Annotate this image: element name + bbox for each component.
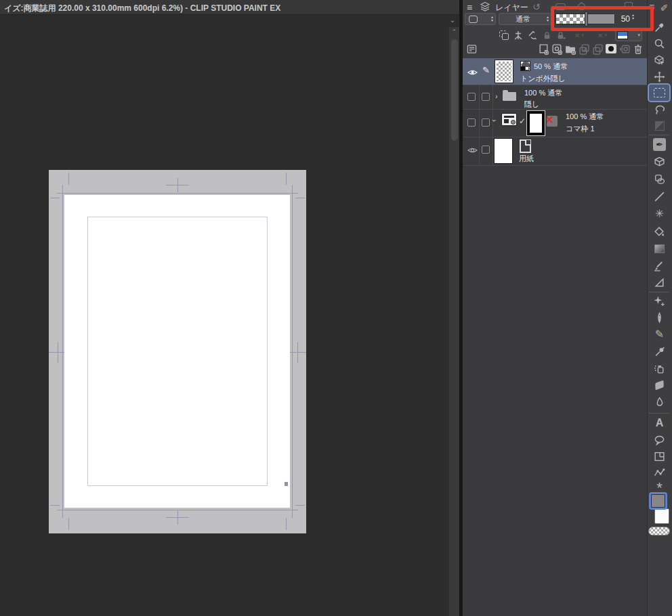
layer-row-paper[interactable] [463, 137, 647, 165]
bleed-tick [286, 518, 287, 530]
delete-layer-icon[interactable] [632, 43, 644, 55]
center-mark-right [297, 342, 298, 363]
eraser-icon [655, 380, 664, 391]
stepper-icon[interactable]: ▴▾ [491, 16, 493, 22]
bleed-tick [295, 505, 305, 506]
layer-thumbnail[interactable] [494, 138, 513, 164]
layer-name[interactable]: 隠し [524, 100, 539, 110]
brush-stroke-tool[interactable] [647, 257, 672, 273]
edit-pencil-icon: ✎ [482, 65, 490, 75]
operate-object-tool[interactable] [647, 52, 672, 68]
bleed-tick [68, 173, 69, 185]
balloon-tool[interactable] [647, 432, 672, 448]
trim-line-top [57, 193, 298, 194]
sub-color-swatch[interactable] [654, 508, 669, 524]
center-mark-left [58, 342, 58, 363]
undo-icon[interactable]: ↺ [532, 1, 541, 12]
brush-tool[interactable] [647, 343, 672, 359]
pencil-tool[interactable]: ✎ [647, 326, 672, 343]
mask-display-dropdown[interactable]: ✕▾ [592, 30, 612, 41]
edit-checkbox[interactable] [482, 93, 490, 101]
canvas-vertical-scrollbar[interactable]: ⌃ [448, 27, 459, 616]
auto-select-tool[interactable] [647, 118, 672, 134]
figure-3d-tool[interactable] [647, 154, 672, 170]
layer-color-chip [617, 31, 628, 39]
layer-name[interactable]: 用紙 [519, 154, 534, 164]
new-layer-dialog-icon[interactable] [551, 43, 563, 55]
center-mark-bottom [177, 510, 178, 525]
rounded-square-icon [469, 16, 478, 23]
layer-search-icon[interactable] [465, 43, 478, 55]
stream-line-tool[interactable]: ✳ [647, 206, 672, 222]
apply-mask-icon[interactable] [618, 43, 631, 55]
new-folder-icon[interactable] [564, 43, 576, 55]
folder-icon [503, 92, 516, 101]
airbrush-tool[interactable] [647, 360, 672, 376]
trim-line-left [62, 185, 63, 518]
gradient-tool[interactable] [647, 240, 672, 257]
edit-checkbox[interactable] [482, 118, 490, 127]
tone-layer-icon [520, 61, 530, 71]
lasso-tool[interactable] [647, 102, 672, 118]
visibility-checkbox[interactable] [467, 93, 476, 101]
layer-thumbnail[interactable] [527, 111, 545, 135]
expand-chevron-icon[interactable]: › [495, 92, 498, 100]
transparent-color-swatch[interactable] [648, 527, 670, 535]
eye-icon[interactable] [467, 145, 478, 157]
trim-line-right [292, 185, 293, 518]
pen-tool[interactable]: ✒ [647, 136, 672, 152]
scroll-up-icon[interactable]: ⌃ [449, 28, 459, 35]
ruler-display-dropdown[interactable]: ✕▾ [569, 30, 589, 41]
eye-icon[interactable] [467, 67, 478, 79]
merge-to-lower-layer-icon[interactable] [591, 43, 604, 55]
main-color-swatch[interactable] [649, 492, 667, 510]
layer-palette-mode-dropdown[interactable]: ▴▾ [465, 13, 496, 25]
panel-frame-tool[interactable] [647, 448, 672, 464]
ruler-range-icon[interactable] [512, 29, 524, 41]
new-raster-layer-icon[interactable] [537, 43, 549, 55]
clip-to-layer-below-icon[interactable] [498, 29, 510, 41]
layer-blend-info: 100 % 通常 [566, 112, 604, 122]
fill-bucket-tool[interactable] [647, 223, 672, 240]
chevron-down-icon[interactable]: ⌄ [447, 16, 458, 24]
bleed-tick [68, 518, 69, 530]
marquee-icon [654, 88, 665, 97]
lock-layer-icon[interactable] [541, 29, 553, 41]
layer-thumbnail[interactable] [495, 60, 513, 83]
gradient-icon [654, 244, 665, 253]
visibility-checkbox[interactable] [467, 118, 476, 127]
correction-line-tool[interactable] [647, 464, 672, 481]
layer-name[interactable]: トンボ外隠し [520, 74, 566, 84]
pen-nib-tool[interactable] [647, 309, 672, 326]
scrollbar-thumb[interactable] [451, 39, 458, 141]
annotation-highlight-box [551, 6, 654, 31]
pen-square-icon: ✒ [653, 138, 666, 151]
tab-layer[interactable]: レイヤー [495, 2, 528, 14]
layer-blend-info: 50 % 通常 [534, 62, 568, 72]
text-tool[interactable]: A [647, 415, 672, 431]
line-tool[interactable] [647, 188, 672, 204]
blend-mode-dropdown[interactable]: 通常 ▴▾ [499, 13, 551, 25]
blend-tool[interactable] [647, 394, 672, 410]
frame-handle[interactable] [285, 482, 288, 486]
selection-marquee-tool[interactable] [647, 85, 672, 101]
collapse-chevron-icon[interactable]: › [490, 119, 499, 122]
default-border-frame[interactable] [87, 217, 268, 486]
move-layer-tool[interactable] [647, 68, 672, 85]
decoration-tool[interactable] [647, 292, 672, 309]
pen-tip-icon[interactable]: ✎ [656, 0, 672, 16]
overlap-shapes-tool[interactable] [647, 171, 672, 187]
panel-menu-icon[interactable]: ≡ [467, 1, 472, 14]
edit-checkbox[interactable] [482, 146, 490, 154]
bleed-tick [295, 198, 305, 198]
zoom-tool[interactable] [647, 35, 672, 51]
create-layer-mask-icon[interactable] [605, 43, 617, 55]
stepper-icon[interactable]: ▴▾ [547, 16, 549, 22]
eraser-tool[interactable] [647, 377, 672, 393]
frame-ruler-tool[interactable] [647, 274, 672, 290]
paper-layer-icon [520, 139, 531, 153]
layer-name[interactable]: コマ枠 1 [566, 124, 595, 134]
layer-blend-info: 100 % 通常 [524, 88, 562, 98]
draft-layer-icon[interactable] [526, 29, 539, 41]
transfer-to-lower-layer-icon[interactable] [578, 43, 590, 55]
